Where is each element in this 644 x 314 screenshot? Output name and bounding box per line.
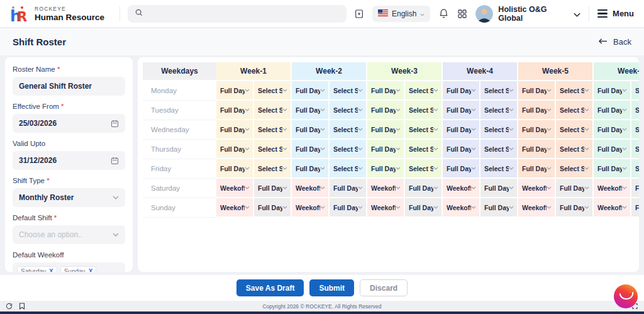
shift-select-friday-week2-1[interactable]: Full Day	[292, 159, 330, 179]
shift-select-thursday-week6-1[interactable]: Full Day	[594, 140, 631, 159]
shift-select-sunday-week3-1[interactable]: Weekoff	[367, 198, 405, 218]
shift-select-sunday-week2-2[interactable]: Full Day	[330, 198, 367, 218]
shift-select-monday-week4-1[interactable]: Full Day	[443, 81, 480, 101]
shift-select-saturday-week6-1[interactable]: Weekoff	[594, 179, 631, 198]
shift-select-thursday-week2-1[interactable]: Full Day	[292, 140, 330, 159]
shift-select-friday-week1-1[interactable]: Full Day	[216, 159, 254, 179]
shift-select-wednesday-week3-1[interactable]: Full Day	[367, 120, 405, 140]
shift-select-monday-week1-2[interactable]: Select Shift	[254, 81, 292, 101]
shift-select-friday-week2-2[interactable]: Select Shift	[330, 159, 367, 179]
shift-select-saturday-week4-2[interactable]: Full Day	[480, 179, 518, 198]
shift-select-wednesday-week6-2[interactable]: Select Shift	[631, 120, 639, 140]
shift-select-tuesday-week5-1[interactable]: Full Day	[518, 101, 556, 120]
back-button[interactable]: Back	[598, 37, 631, 47]
shift-select-tuesday-week6-1[interactable]: Full Day	[594, 101, 631, 120]
shift-type-input[interactable]: Monthly Roster	[13, 188, 125, 207]
shift-select-thursday-week1-1[interactable]: Full Day	[216, 140, 254, 159]
shift-select-tuesday-week4-2[interactable]: Select Shift	[480, 101, 518, 120]
shift-select-tuesday-week3-2[interactable]: Select Shift	[405, 101, 443, 120]
notifications-bell-icon[interactable]	[438, 8, 449, 19]
shift-select-tuesday-week2-1[interactable]: Full Day	[292, 101, 330, 120]
shift-select-monday-week2-2[interactable]: Select Shift	[330, 81, 367, 101]
shift-select-tuesday-week1-2[interactable]: Select Shift	[254, 101, 292, 120]
shift-select-sunday-week5-2[interactable]: Full Day	[556, 198, 594, 218]
shift-select-saturday-week3-2[interactable]: Full Day	[405, 179, 443, 198]
shift-select-thursday-week3-2[interactable]: Select Shift	[405, 140, 443, 159]
tag-remove-button[interactable]: X	[49, 268, 53, 272]
shift-select-thursday-week3-1[interactable]: Full Day	[367, 140, 405, 159]
shift-select-monday-week6-2[interactable]: Select Shift	[631, 81, 639, 101]
shift-select-sunday-week2-1[interactable]: Weekoff	[292, 198, 330, 218]
shift-select-friday-week6-2[interactable]: Select Shift	[631, 159, 639, 179]
shift-select-wednesday-week6-1[interactable]: Full Day	[594, 120, 631, 140]
shift-select-sunday-week6-1[interactable]: Weekoff	[594, 198, 631, 218]
shift-select-monday-week6-1[interactable]: Full Day	[594, 81, 631, 101]
shift-select-saturday-week2-2[interactable]: Full Day	[330, 179, 367, 198]
default-shift-input[interactable]: Choose an option..	[13, 225, 125, 244]
save-as-draft-button[interactable]: Save As Draft	[236, 279, 304, 296]
brand-logo[interactable]: hR ROCKEYE Human Resource	[10, 4, 112, 23]
chat-widget-button[interactable]	[614, 284, 638, 308]
shift-select-sunday-week5-1[interactable]: Weekoff	[518, 198, 556, 218]
shift-select-saturday-week1-2[interactable]: Full Day	[254, 179, 292, 198]
shift-select-saturday-week5-2[interactable]: Full Day	[556, 179, 594, 198]
shift-select-tuesday-week3-1[interactable]: Full Day	[367, 101, 405, 120]
shift-select-wednesday-week2-2[interactable]: Select Shift	[330, 120, 367, 140]
shift-select-saturday-week2-1[interactable]: Weekoff	[292, 179, 330, 198]
shift-select-wednesday-week1-1[interactable]: Full Day	[216, 120, 254, 140]
shift-select-monday-week4-2[interactable]: Select Shift	[480, 81, 518, 101]
shift-select-tuesday-week6-2[interactable]: Select Shift	[631, 101, 639, 120]
shift-select-friday-week1-2[interactable]: Select Shift	[254, 159, 292, 179]
shift-select-wednesday-week3-2[interactable]: Select Shift	[405, 120, 443, 140]
effective-from-input[interactable]: 25/03/2026	[13, 114, 125, 133]
shift-select-sunday-week1-1[interactable]: Weekoff	[216, 198, 254, 218]
shift-select-saturday-week6-2[interactable]: Full Day	[631, 179, 639, 198]
discard-button[interactable]: Discard	[360, 279, 408, 296]
shift-select-thursday-week2-2[interactable]: Select Shift	[330, 140, 367, 159]
language-selector[interactable]: English	[372, 6, 430, 22]
main-menu-button[interactable]: Menu	[597, 9, 634, 18]
shift-select-wednesday-week2-1[interactable]: Full Day	[292, 120, 330, 140]
shift-select-thursday-week4-2[interactable]: Select Shift	[480, 140, 518, 159]
shift-select-wednesday-week5-2[interactable]: Select Shift	[556, 120, 594, 140]
shift-select-monday-week5-1[interactable]: Full Day	[518, 81, 556, 101]
shift-select-thursday-week4-1[interactable]: Full Day	[443, 140, 480, 159]
shift-select-monday-week5-2[interactable]: Select Shift	[556, 81, 594, 101]
shift-select-thursday-week1-2[interactable]: Select Shift	[254, 140, 292, 159]
shift-select-tuesday-week2-2[interactable]: Select Shift	[330, 101, 367, 120]
shift-select-monday-week3-2[interactable]: Select Shift	[405, 81, 443, 101]
shift-select-saturday-week3-1[interactable]: Weekoff	[367, 179, 405, 198]
shift-select-wednesday-week4-1[interactable]: Full Day	[443, 120, 480, 140]
shift-select-tuesday-week1-1[interactable]: Full Day	[216, 101, 254, 120]
default-weekoff-input[interactable]: SaturdayXSundayXChoose an option..	[13, 262, 125, 272]
shift-select-thursday-week6-2[interactable]: Select Shift	[631, 140, 639, 159]
shift-select-saturday-week1-1[interactable]: Weekoff	[216, 179, 254, 198]
shift-select-wednesday-week1-2[interactable]: Select Shift	[254, 120, 292, 140]
shift-select-friday-week5-1[interactable]: Full Day	[518, 159, 556, 179]
shift-select-tuesday-week5-2[interactable]: Select Shift	[556, 101, 594, 120]
tag-remove-button[interactable]: X	[89, 268, 93, 272]
shift-select-wednesday-week5-1[interactable]: Full Day	[518, 120, 556, 140]
shift-select-friday-week3-2[interactable]: Select Shift	[405, 159, 443, 179]
shift-select-sunday-week4-1[interactable]: Weekoff	[443, 198, 480, 218]
shift-select-monday-week2-1[interactable]: Full Day	[292, 81, 330, 101]
account-menu[interactable]: Holistic O&G Global	[475, 5, 580, 23]
search-bar[interactable]	[128, 5, 347, 23]
shift-select-monday-week1-1[interactable]: Full Day	[216, 81, 254, 101]
shift-select-wednesday-week4-2[interactable]: Select Shift	[480, 120, 518, 140]
shift-select-friday-week4-2[interactable]: Select Shift	[480, 159, 518, 179]
shift-select-sunday-week4-2[interactable]: Full Day	[480, 198, 518, 218]
shift-select-saturday-week4-1[interactable]: Weekoff	[443, 179, 480, 198]
shift-select-sunday-week3-2[interactable]: Full Day	[405, 198, 443, 218]
shift-select-saturday-week5-1[interactable]: Weekoff	[518, 179, 556, 198]
shift-select-sunday-week6-2[interactable]: Full Day	[631, 198, 639, 218]
shift-select-thursday-week5-2[interactable]: Select Shift	[556, 140, 594, 159]
submit-button[interactable]: Submit	[309, 279, 354, 296]
shift-select-tuesday-week4-1[interactable]: Full Day	[443, 101, 480, 120]
shift-select-friday-week6-1[interactable]: Full Day	[594, 159, 631, 179]
shift-select-sunday-week1-2[interactable]: Full Day	[254, 198, 292, 218]
shift-select-friday-week5-2[interactable]: Select Shift	[556, 159, 594, 179]
shift-select-thursday-week5-1[interactable]: Full Day	[518, 140, 556, 159]
shift-select-monday-week3-1[interactable]: Full Day	[367, 81, 405, 101]
bookmark-add-icon[interactable]	[354, 9, 364, 19]
